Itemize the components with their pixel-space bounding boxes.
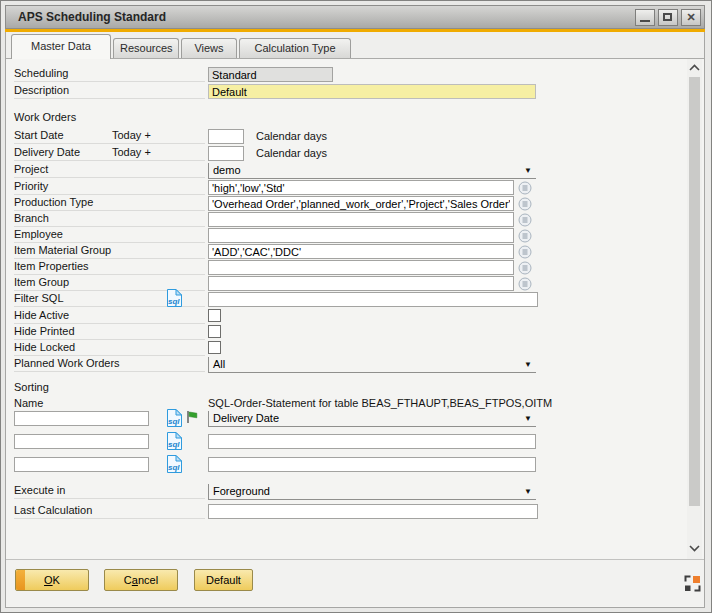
hide-active-checkbox[interactable]: [208, 309, 221, 322]
scroll-down-icon[interactable]: [689, 543, 700, 553]
sort-statement-input-2[interactable]: [208, 434, 536, 449]
scheduling-field[interactable]: [208, 67, 333, 82]
planned-work-orders-select[interactable]: All ▼: [208, 357, 536, 373]
sorting-name-header: Name: [14, 397, 43, 409]
choose-from-list-icon[interactable]: [518, 277, 532, 291]
start-date-days-input[interactable]: [208, 129, 244, 144]
branch-label: Branch: [14, 212, 205, 227]
flag-icon[interactable]: [185, 410, 199, 424]
sort-name-input-1[interactable]: [14, 411, 149, 426]
delivery-date-prefix: Today +: [112, 146, 151, 158]
default-button[interactable]: Default: [194, 569, 253, 591]
start-date-prefix: Today +: [112, 129, 151, 141]
sort-name-input-2[interactable]: [14, 434, 149, 449]
scroll-up-icon[interactable]: [689, 63, 700, 73]
sort-statement-input-3[interactable]: [208, 457, 536, 472]
sql-editor-icon[interactable]: sql: [166, 455, 182, 473]
sql-editor-icon[interactable]: sql: [166, 409, 182, 427]
tab-master-data[interactable]: Master Data: [11, 34, 111, 59]
hide-printed-label: Hide Printed: [14, 325, 205, 340]
employee-label: Employee: [14, 228, 205, 243]
dropdown-arrow-icon: ▼: [524, 360, 532, 369]
close-icon: ✕: [682, 11, 700, 24]
employee-input[interactable]: [208, 228, 514, 243]
minimize-button[interactable]: [635, 9, 655, 26]
choose-from-list-icon[interactable]: [518, 197, 532, 211]
priority-input[interactable]: [208, 180, 514, 195]
vertical-scrollbar[interactable]: [687, 59, 702, 559]
production-type-input[interactable]: [208, 196, 514, 211]
execute-in-select[interactable]: Foreground ▼: [208, 484, 536, 500]
hide-locked-checkbox[interactable]: [208, 341, 221, 354]
branch-input[interactable]: [208, 212, 514, 227]
dropdown-arrow-icon: ▼: [524, 487, 532, 496]
scrollbar-thumb[interactable]: [689, 77, 700, 506]
choose-from-list-icon[interactable]: [518, 213, 532, 227]
resize-grip-icon[interactable]: [684, 575, 701, 592]
last-calculation-input[interactable]: [208, 504, 538, 519]
project-select[interactable]: demo ▼: [208, 163, 536, 179]
svg-text:sql: sql: [168, 463, 180, 472]
svg-text:sql: sql: [168, 440, 180, 449]
dropdown-arrow-icon: ▼: [524, 414, 532, 423]
dropdown-arrow-icon: ▼: [524, 166, 532, 175]
tab-calculation-type[interactable]: Calculation Type: [239, 38, 351, 58]
delivery-date-label: Delivery Date Today +: [14, 146, 205, 161]
ok-button[interactable]: OK: [15, 569, 89, 591]
cancel-button[interactable]: Cancel: [104, 569, 178, 591]
description-field[interactable]: [208, 84, 536, 99]
sort-statement-select-1[interactable]: Delivery Date ▼: [208, 411, 536, 427]
execute-in-label: Execute in: [14, 484, 205, 499]
choose-from-list-icon[interactable]: [518, 245, 532, 259]
maximize-icon: [663, 13, 672, 21]
tab-resources[interactable]: Resources: [113, 38, 179, 58]
last-calculation-label: Last Calculation: [14, 504, 205, 519]
sql-editor-icon[interactable]: sql: [166, 432, 182, 450]
work-orders-section-title: Work Orders: [14, 111, 76, 123]
sort-name-input-3[interactable]: [14, 457, 149, 472]
description-label: Description: [14, 84, 205, 99]
title-bar: APS Scheduling Standard ✕: [5, 5, 705, 29]
start-date-suffix: Calendar days: [256, 130, 327, 142]
hide-printed-checkbox[interactable]: [208, 325, 221, 338]
project-label: Project: [14, 163, 205, 178]
minimize-icon: [640, 20, 650, 22]
delivery-date-suffix: Calendar days: [256, 147, 327, 159]
delivery-date-days-input[interactable]: [208, 146, 244, 161]
choose-from-list-icon[interactable]: [518, 261, 532, 275]
dialog-window: APS Scheduling Standard ✕ Master Data Re…: [0, 0, 712, 613]
choose-from-list-icon[interactable]: [518, 181, 532, 195]
window-title: APS Scheduling Standard: [18, 10, 166, 24]
hide-active-label: Hide Active: [14, 309, 205, 324]
item-material-group-label: Item Material Group: [14, 244, 205, 259]
production-type-label: Production Type: [14, 196, 205, 211]
item-material-group-input[interactable]: [208, 244, 514, 259]
filter-sql-input[interactable]: [208, 292, 538, 307]
sorting-statement-header: SQL-Order-Statement for table BEAS_FTHAU…: [208, 397, 552, 409]
item-properties-label: Item Properties: [14, 260, 205, 275]
button-bar: OK Cancel Default: [6, 559, 704, 606]
close-button[interactable]: ✕: [681, 9, 701, 26]
tab-strip: Master Data Resources Views Calculation …: [6, 32, 704, 59]
priority-label: Priority: [14, 180, 205, 195]
form-area: Scheduling Description Work Orders Start…: [6, 59, 704, 559]
tab-views[interactable]: Views: [181, 38, 237, 58]
start-date-label: Start Date Today +: [14, 129, 205, 144]
scheduling-label: Scheduling: [14, 67, 205, 82]
item-properties-input[interactable]: [208, 260, 514, 275]
maximize-button[interactable]: [658, 9, 678, 26]
dialog-body: Master Data Resources Views Calculation …: [5, 32, 705, 608]
sorting-section-title: Sorting: [14, 381, 49, 393]
svg-text:sql: sql: [168, 417, 180, 426]
hide-locked-label: Hide Locked: [14, 341, 205, 356]
planned-work-orders-label: Planned Work Orders: [14, 357, 205, 372]
sql-editor-icon[interactable]: sql: [166, 289, 182, 307]
item-group-input[interactable]: [208, 276, 514, 291]
choose-from-list-icon[interactable]: [518, 229, 532, 243]
svg-text:sql: sql: [168, 297, 180, 306]
